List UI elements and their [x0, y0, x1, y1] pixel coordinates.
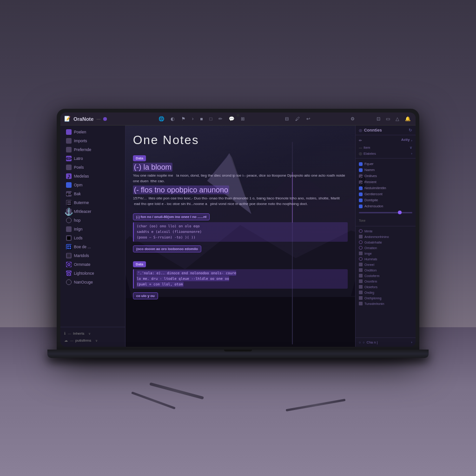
list-item-oronfirm[interactable]: Oronfirm [359, 278, 412, 284]
list-item-costoferm[interactable]: Costoferm [359, 273, 412, 278]
sidebar-item-latro[interactable]: ✏ Latro [62, 154, 123, 163]
main-content: Poelen Imports Prefernde ✏ [60, 126, 416, 347]
list-item-onreel[interactable]: Onreel [359, 262, 412, 267]
layout-icon[interactable]: ⊡ [375, 115, 382, 122]
chevron-icon[interactable]: › [191, 115, 195, 122]
right-panel-elateles-row[interactable]: ◎ Elateles › [359, 152, 412, 156]
tone-slider[interactable] [359, 212, 412, 213]
tone-section: Tone [359, 209, 412, 224]
right-panel-actiy-arrow[interactable]: › [411, 139, 412, 143]
flag-icon[interactable]: ⚑ [180, 115, 187, 122]
list-item-oloiefors[interactable]: Oloiefors [359, 284, 412, 290]
sidebar-icon-poelen [66, 129, 72, 135]
right-panel-nedulmilimtlin[interactable]: Nedulmilimtlin [359, 185, 412, 191]
list-item-ornation[interactable]: Ornation [359, 245, 412, 251]
sidebar-item-poelen[interactable]: Poelen [62, 128, 123, 136]
sidebar-footer-putisfirms[interactable]: ☁ — putisfirms ∨ [64, 337, 121, 344]
sidebar-item-ormmate[interactable]: ⚙ Ormmate [62, 260, 123, 269]
screen-bezel: 📝 OraNote — 🌐 ◐ ⚑ › ■ □ ✏ 💬 ⊞ [60, 112, 416, 347]
nedulmilimtlin-label: Nedulmilimtlin [364, 186, 386, 190]
adrensudon-icon [359, 205, 363, 208]
sidebar-item-mhtleacer[interactable]: ⚓ Mhtleacer [62, 207, 123, 216]
pen2-icon[interactable]: 🖊 [294, 115, 301, 122]
sidebar-item-bak[interactable]: ↩ Bak [62, 190, 123, 198]
sidebar-item-boe[interactable]: ⊞ Boe de ... [62, 243, 123, 251]
list-item-tunodmhonin[interactable]: Tunodmhonin [359, 301, 412, 306]
sidebar-label-buterme: Buterme [74, 200, 89, 205]
moon-icon[interactable]: ◐ [169, 115, 176, 122]
list-item-humrials[interactable]: Humrials [359, 256, 412, 262]
sidebar-item-lods[interactable]: ■ Lods [62, 234, 123, 242]
sidebar-item-poels[interactable]: Poels [62, 163, 123, 172]
sidebar-label-mhtleacer: Mhtleacer [74, 209, 91, 214]
right-panel-dontipile[interactable]: Dontipile [359, 197, 412, 203]
settings-icon[interactable]: ⚙ [349, 115, 356, 122]
tiles-icon[interactable]: ⊟ [284, 115, 290, 122]
sidebar-item-inlgn[interactable]: Inlgn [62, 225, 123, 233]
note-text-2: 157%/... lites oite pon ose tno looc,- D… [133, 196, 348, 207]
footer-circle1: ○ [359, 341, 361, 344]
sidebar-label-imports: Imports [74, 139, 87, 143]
list-item-mmte[interactable]: Mmte [359, 228, 412, 234]
list-item-orehplonng[interactable]: Orehplonng [359, 295, 412, 301]
laptop-base [47, 350, 429, 358]
list-item-ondirg[interactable]: Ondirg [359, 290, 412, 295]
sidebar-item-imports[interactable]: Imports [62, 137, 123, 145]
sidebar-item-medelas[interactable]: ♪ Medelas [62, 172, 123, 180]
sidebar-footer-inherts[interactable]: ℹ — Inherts ∨ [64, 330, 121, 337]
ondirg-icon [359, 291, 363, 294]
right-panel-onilives[interactable]: ◎ Onilives [359, 173, 412, 179]
sidebar-item-opm[interactable]: Opm [62, 181, 123, 189]
right-panel-actiy-icon: ✏ [359, 139, 400, 143]
globe-icon[interactable]: 🌐 [157, 115, 165, 122]
sidebar-icon-prefernde [66, 147, 72, 152]
section-badge-4: Data [133, 261, 146, 267]
sidebar-icon-lightolonce: ◎ [66, 271, 72, 276]
costoferm-icon [359, 274, 363, 278]
sidebar-icon-opm [66, 182, 72, 188]
app-title: OraNote [73, 116, 93, 122]
list-item-andonmonhinino[interactable]: Andonmonhinino [359, 234, 412, 239]
sidebar-item-hop[interactable]: hop [62, 216, 123, 225]
edit-icon[interactable]: ✏ [217, 115, 224, 122]
list-item-gobalirhalte[interactable]: Gobalirhalte [359, 239, 412, 245]
right-panel-fquer[interactable]: Fquer [359, 161, 412, 167]
cloud-icon: ☁ [64, 338, 68, 343]
right-panel-item-row: — Item ∨ [359, 145, 412, 150]
list-item-ondition[interactable]: Ondition [359, 267, 412, 273]
sidebar-item-martdols[interactable]: ≡ Martdols [62, 251, 123, 260]
square-icon[interactable]: □ [208, 115, 213, 122]
grid-icon[interactable]: ⊞ [239, 115, 246, 122]
laptop-screen: 📝 OraNote — 🌐 ◐ ⚑ › ■ □ ✏ 💬 ⊞ [57, 109, 419, 350]
right-panel-namm[interactable]: Namm [359, 167, 412, 173]
sidebar-item-nanocuge[interactable]: NanOcuge [62, 278, 123, 286]
right-panel-adrensudon[interactable]: Adrensudon [359, 203, 412, 209]
window-icon[interactable]: ▭ [384, 115, 391, 122]
footer-arrow[interactable]: › [411, 340, 412, 344]
dropdown-icon[interactable]: ∨ [410, 145, 412, 150]
onreel-label: Onreel [364, 263, 374, 266]
gobalirhalte-label: Gobalirhalte [364, 241, 382, 244]
comment-icon[interactable]: 💬 [227, 115, 236, 122]
arrow-icon[interactable]: ↩ [305, 115, 311, 122]
right-panel-refresh-icon[interactable]: ↻ [409, 128, 412, 132]
imge-label: Imge [364, 252, 372, 255]
elateles-arrow[interactable]: › [411, 152, 412, 156]
title-bar-toolbar: 🌐 ◐ ⚑ › ■ □ ✏ 💬 ⊞ ⊟ 🖊 ↩ ⚙ [157, 115, 356, 122]
sidebar-label-opm: Opm [74, 183, 82, 187]
tunodmhonin-icon [359, 302, 363, 305]
bell-icon[interactable]: 🔔 [403, 115, 412, 122]
onilives-label: Onilives [364, 174, 377, 178]
sidebar-item-prefernde[interactable]: Prefernde [62, 145, 123, 154]
fullscreen-icon[interactable]: △ [394, 115, 401, 122]
humrials-label: Humrials [364, 258, 377, 261]
right-panel-reoient[interactable]: ◎ Reoient [359, 179, 412, 185]
right-panel-gentlercont[interactable]: Gentlercont [359, 191, 412, 197]
editor-content[interactable]: One Notes Data (-) la bloom You one rabl… [126, 126, 355, 347]
tone-label: Tone [359, 219, 365, 222]
right-panel-actiy-header: ✏ Actiy › [359, 138, 412, 144]
sidebar-item-buterme[interactable]: ⊟ Buterme [62, 198, 123, 207]
list-item-imge[interactable]: Imge [359, 251, 412, 256]
sidebar-item-lightolonce[interactable]: ◎ Lightolonce [62, 269, 123, 278]
stop-icon[interactable]: ■ [198, 115, 204, 122]
